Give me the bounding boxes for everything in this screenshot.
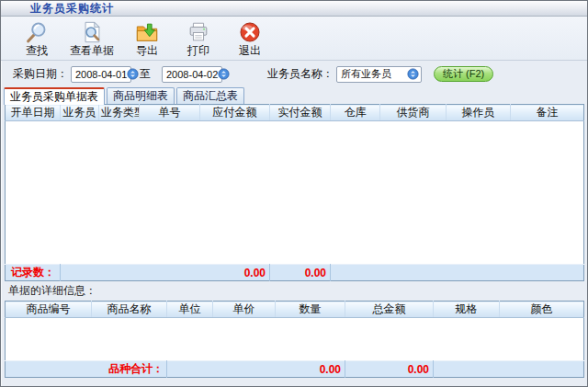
details-header-row: 商品编号 商品名称 单位 单价 数量 总金额 规格 颜色 — [6, 302, 584, 318]
print-button-label: 打印 — [187, 44, 209, 57]
details-table-wrap: 商品编号 商品名称 单位 单价 数量 总金额 规格 颜色 品种合计： 0.00 … — [1, 301, 587, 378]
spinner-icon[interactable] — [407, 68, 419, 80]
column-header-color: 颜色 — [500, 302, 584, 318]
orders-header-row: 开单日期 业务员 业务类型 单号 应付金额 实付金额 仓库 供货商 操作员 备注 — [6, 105, 584, 121]
toolbar: 查找 查看单据 导出 — [1, 17, 587, 61]
column-header-paid-amount: 实付金额 — [270, 105, 331, 121]
export-button[interactable]: 导出 — [122, 18, 172, 59]
amount-total-value: 0.00 — [345, 361, 434, 378]
exit-button-label: 退出 — [239, 44, 261, 57]
detail-section-title: 单据的详细信息： — [1, 281, 587, 301]
variety-total-row: 品种合计： 0.00 0.00 — [6, 361, 584, 378]
salesperson-combo[interactable]: 所有业务员 — [336, 66, 422, 83]
column-header-quantity: 数量 — [276, 302, 345, 318]
payable-total-value: 0.00 — [200, 265, 270, 281]
orders-table-wrap: 开单日期 业务员 业务类型 单号 应付金额 实付金额 仓库 供货商 操作员 备注… — [1, 104, 587, 281]
records-summary-row: 记录数： 0.00 0.00 — [6, 265, 584, 281]
view-document-icon — [80, 20, 104, 44]
details-body-empty — [6, 318, 584, 361]
date-to-combo[interactable]: 2008-04-02 — [162, 66, 222, 83]
column-header-warehouse: 仓库 — [331, 105, 380, 121]
salesperson-label: 业务员名称： — [267, 66, 334, 82]
tab-product-detail[interactable]: 商品明细表 — [107, 87, 175, 104]
print-icon — [187, 20, 210, 44]
column-header-unit-price: 单价 — [213, 302, 276, 318]
column-header-payable-amount: 应付金额 — [200, 105, 270, 121]
exit-icon — [238, 20, 262, 44]
column-header-total-amount: 总金额 — [345, 302, 434, 318]
export-button-label: 导出 — [136, 44, 158, 57]
view-receipt-button-label: 查看单据 — [70, 44, 114, 57]
salesperson-value: 所有业务员 — [341, 67, 391, 81]
date-from-combo[interactable]: 2008-04-01 — [71, 66, 131, 83]
find-button-label: 查找 — [26, 44, 48, 57]
quantity-total-value: 0.00 — [276, 361, 345, 378]
details-table: 商品编号 商品名称 单位 单价 数量 总金额 规格 颜色 品种合计： 0.00 … — [5, 301, 584, 378]
tab-bar: 业务员采购单据表 商品明细表 商品汇总表 — [1, 87, 587, 104]
window-title: 业务员采购统计 — [30, 2, 114, 15]
column-header-supplier: 供货商 — [380, 105, 447, 121]
date-to-value: 2008-04-02 — [166, 69, 218, 80]
records-count-label: 记录数： — [6, 265, 61, 281]
date-from-value: 2008-04-01 — [75, 69, 127, 80]
column-header-product-code: 商品编号 — [6, 302, 92, 318]
view-receipt-button[interactable]: 查看单据 — [63, 18, 120, 59]
export-icon — [135, 20, 159, 44]
column-header-operator: 操作员 — [447, 105, 511, 121]
window-titlebar[interactable]: 业务员采购统计 — [1, 1, 587, 17]
exit-button[interactable]: 退出 — [225, 18, 275, 59]
details-empty-area — [6, 318, 584, 361]
search-icon — [25, 20, 49, 44]
filter-bar: 采购日期： 2008-04-01 至 2008-04-02 — [1, 61, 587, 87]
spinner-icon[interactable] — [218, 68, 230, 80]
paid-total-value: 0.00 — [270, 265, 331, 281]
column-header-salesperson: 业务员 — [61, 105, 99, 121]
column-header-product-name: 商品名称 — [92, 302, 167, 318]
column-header-business-type: 业务类型 — [99, 105, 140, 121]
orders-table: 开单日期 业务员 业务类型 单号 应付金额 实付金额 仓库 供货商 操作员 备注… — [5, 104, 584, 281]
window: 业务员采购统计 查找 查看单据 — [0, 0, 588, 387]
orders-body-empty — [6, 121, 584, 265]
print-button[interactable]: 打印 — [174, 18, 223, 59]
column-header-unit: 单位 — [167, 302, 213, 318]
orders-empty-area — [6, 121, 584, 265]
variety-total-label: 品种合计： — [92, 361, 167, 378]
date-range-to-label: 至 — [140, 66, 151, 82]
column-header-spec: 规格 — [434, 302, 500, 318]
window-bottom-strip — [1, 378, 587, 385]
spinner-icon[interactable] — [127, 68, 139, 80]
column-header-order-no: 单号 — [140, 105, 200, 121]
column-header-order-date: 开单日期 — [6, 105, 61, 121]
find-button[interactable]: 查找 — [12, 18, 62, 59]
column-header-remarks: 备注 — [511, 105, 584, 121]
stats-button[interactable]: 统计 (F2) — [434, 66, 493, 82]
tab-product-summary[interactable]: 商品汇总表 — [176, 87, 244, 104]
purchase-date-label: 采购日期： — [13, 66, 68, 82]
tab-salesperson-purchase-orders[interactable]: 业务员采购单据表 — [4, 87, 105, 105]
